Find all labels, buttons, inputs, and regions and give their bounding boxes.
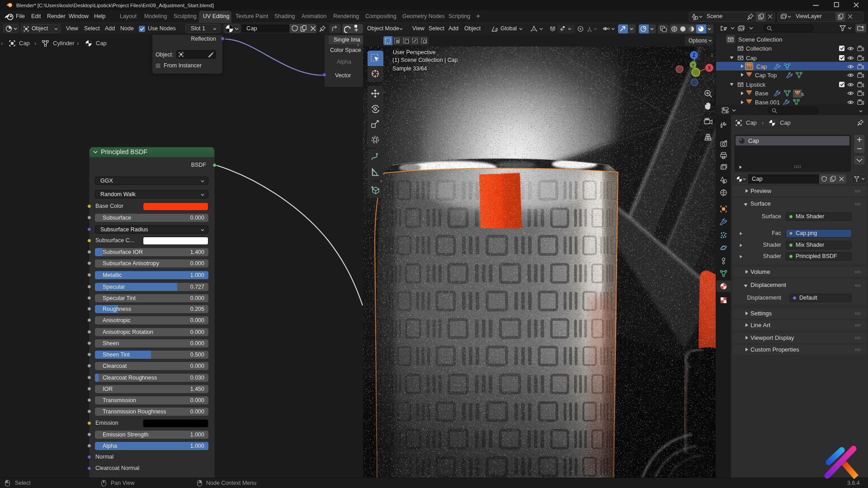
svg-text:X: X — [708, 66, 711, 70]
svg-text:Z: Z — [693, 80, 696, 85]
svg-text:Y: Y — [692, 63, 694, 67]
svg-text:Z: Z — [693, 53, 695, 58]
